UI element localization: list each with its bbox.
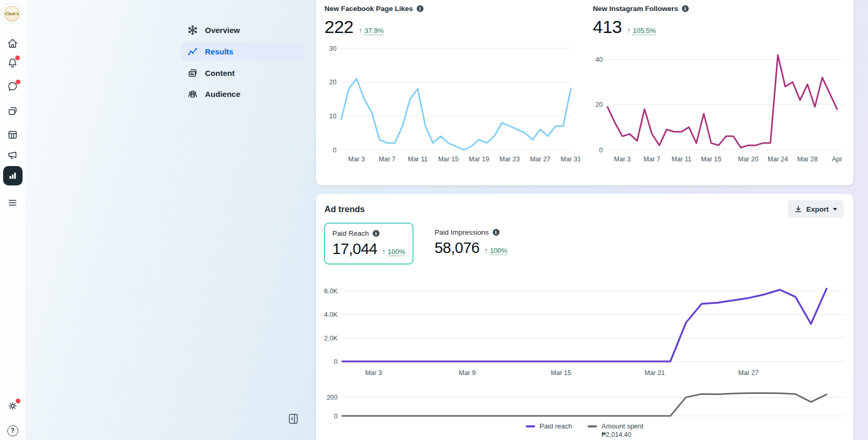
audience-people-icon bbox=[187, 89, 198, 100]
svg-text:0: 0 bbox=[599, 147, 603, 154]
instagram-followers-chart: 02040Mar 3Mar 7Mar 11Mar 15Mar 20Mar 24M… bbox=[589, 43, 851, 164]
rail-item-help[interactable]: ? bbox=[1, 420, 24, 440]
tile-paid-reach[interactable]: Paid Reach i 17,044 ↑ 100% bbox=[324, 223, 414, 265]
paid-reach-delta[interactable]: 100% bbox=[388, 248, 405, 256]
svg-text:200: 200 bbox=[327, 394, 338, 401]
chart-legend: Paid reach Amount spent ₱2,014.40 bbox=[316, 422, 853, 438]
paid-impressions-value: 58,076 bbox=[435, 239, 480, 257]
info-icon[interactable]: i bbox=[417, 5, 424, 12]
rail-item-inbox[interactable] bbox=[1, 76, 24, 97]
svg-text:30: 30 bbox=[329, 45, 337, 52]
svg-text:20: 20 bbox=[595, 101, 603, 108]
svg-text:Mar 27: Mar 27 bbox=[530, 156, 550, 163]
planner-grid-icon bbox=[7, 129, 18, 140]
svg-text:Mar 28: Mar 28 bbox=[797, 156, 818, 163]
notifications-badge bbox=[15, 56, 20, 60]
home-icon bbox=[7, 38, 18, 49]
download-icon bbox=[795, 205, 802, 213]
rail-item-insights-active[interactable] bbox=[1, 165, 24, 186]
facebook-likes-value: 222 bbox=[324, 17, 353, 37]
svg-text:Mar 11: Mar 11 bbox=[408, 156, 428, 163]
svg-text:Mar 7: Mar 7 bbox=[644, 156, 660, 163]
growth-charts-card: New Facebook Page Likes i 222 ↑ 37.9% 01… bbox=[316, 0, 853, 185]
pages-icon bbox=[7, 105, 18, 117]
svg-text:Mar 27: Mar 27 bbox=[739, 369, 759, 377]
facebook-likes-panel: New Facebook Page Likes i 222 ↑ 37.9% 01… bbox=[316, 0, 584, 185]
svg-text:Mar 20: Mar 20 bbox=[738, 156, 758, 163]
svg-text:4.0K: 4.0K bbox=[324, 311, 338, 318]
collapse-sidebar-button[interactable] bbox=[287, 412, 299, 425]
facebook-likes-chart: 0102030Mar 3Mar 7Mar 11Mar 15Mar 19Mar 2… bbox=[320, 43, 580, 164]
up-arrow-icon: ↑ bbox=[382, 247, 386, 256]
svg-text:6.0K: 6.0K bbox=[324, 288, 338, 295]
svg-text:10: 10 bbox=[329, 113, 337, 120]
nav-item-overview[interactable]: Overview bbox=[181, 21, 303, 39]
export-button[interactable]: Export bbox=[788, 200, 844, 218]
paid-reach-chart: 02.0K4.0K6.0KMar 3Mar 9Mar 15Mar 21Mar 2… bbox=[319, 279, 850, 378]
svg-text:Mar 15: Mar 15 bbox=[701, 156, 721, 163]
paid-impressions-delta[interactable]: 100% bbox=[490, 247, 507, 255]
instagram-followers-delta[interactable]: 105.5% bbox=[633, 27, 656, 35]
legend-amount-spent-label: Amount spent bbox=[601, 422, 643, 430]
settings-badge bbox=[16, 399, 20, 403]
instagram-followers-title: New Instagram Followers bbox=[593, 5, 678, 13]
insights-tile bbox=[3, 166, 23, 185]
svg-text:Mar 9: Mar 9 bbox=[459, 369, 475, 377]
svg-text:Apr: Apr bbox=[832, 156, 842, 163]
legend-paid-reach: Paid reach bbox=[526, 422, 572, 438]
svg-text:Mar 7: Mar 7 bbox=[379, 156, 396, 163]
up-arrow-icon: ↑ bbox=[484, 246, 488, 255]
metric-tiles: Paid Reach i 17,044 ↑ 100% Paid Impressi… bbox=[324, 223, 515, 265]
legend-amount-spent: Amount spent ₱2,014.40 bbox=[588, 422, 643, 438]
svg-text:Mar 24: Mar 24 bbox=[768, 156, 788, 163]
overview-network-icon bbox=[187, 25, 198, 36]
amount-spent-swatch bbox=[588, 425, 597, 427]
paid-reach-value: 17,044 bbox=[332, 240, 377, 258]
caret-down-icon bbox=[833, 208, 837, 211]
collapse-sidebar-icon bbox=[289, 414, 298, 424]
paid-reach-swatch bbox=[526, 425, 535, 427]
svg-text:0: 0 bbox=[334, 413, 338, 420]
rail-item-planner[interactable] bbox=[1, 124, 24, 145]
nav-item-audience[interactable]: Audience bbox=[181, 85, 303, 103]
svg-text:Mar 31: Mar 31 bbox=[561, 156, 580, 163]
svg-text:0: 0 bbox=[334, 358, 338, 366]
rail-item-home[interactable] bbox=[1, 33, 24, 54]
nav-label-results: Results bbox=[205, 47, 233, 56]
hamburger-menu-icon bbox=[7, 197, 18, 208]
info-icon[interactable]: i bbox=[373, 230, 379, 237]
business-logo-button[interactable]: Club's bbox=[2, 4, 22, 24]
svg-text:Mar 3: Mar 3 bbox=[614, 156, 631, 163]
rail-item-settings[interactable] bbox=[1, 395, 24, 416]
export-label: Export bbox=[806, 205, 829, 213]
rail-item-notifications[interactable] bbox=[1, 52, 24, 73]
info-icon[interactable]: i bbox=[682, 5, 689, 12]
rail-item-ads[interactable] bbox=[1, 145, 24, 166]
paid-impressions-label: Paid Impressions bbox=[435, 228, 489, 236]
instagram-followers-panel: New Instagram Followers i 413 ↑ 105.5% 0… bbox=[584, 0, 853, 185]
nav-item-content[interactable]: Content bbox=[181, 64, 303, 82]
bar-chart-icon bbox=[7, 170, 18, 181]
nav-label-content: Content bbox=[205, 69, 235, 78]
up-arrow-icon: ↑ bbox=[359, 26, 362, 35]
facebook-likes-title: New Facebook Page Likes bbox=[324, 5, 413, 13]
instagram-followers-value: 413 bbox=[593, 17, 622, 37]
amount-spent-chart: 0200 bbox=[319, 387, 850, 419]
nav-item-results[interactable]: Results bbox=[181, 42, 303, 61]
rail-item-more[interactable] bbox=[1, 192, 24, 213]
tile-paid-impressions[interactable]: Paid Impressions i 58,076 ↑ 100% bbox=[427, 223, 515, 265]
content-cards-icon bbox=[187, 68, 198, 79]
ad-trends-title: Ad trends bbox=[324, 204, 365, 214]
insights-nav: Overview Results Content Audience bbox=[181, 21, 303, 106]
inbox-badge bbox=[16, 80, 20, 84]
svg-text:2.0K: 2.0K bbox=[324, 335, 338, 342]
svg-text:40: 40 bbox=[595, 56, 603, 63]
svg-text:Mar 15: Mar 15 bbox=[438, 156, 459, 163]
info-icon[interactable]: i bbox=[493, 229, 500, 236]
svg-text:Mar 21: Mar 21 bbox=[645, 369, 665, 377]
svg-text:Mar 15: Mar 15 bbox=[551, 369, 571, 377]
svg-text:Mar 23: Mar 23 bbox=[500, 156, 520, 163]
rail-item-posts[interactable] bbox=[1, 101, 24, 122]
business-avatar: Club's bbox=[4, 6, 20, 22]
facebook-likes-delta[interactable]: 37.9% bbox=[364, 27, 384, 35]
